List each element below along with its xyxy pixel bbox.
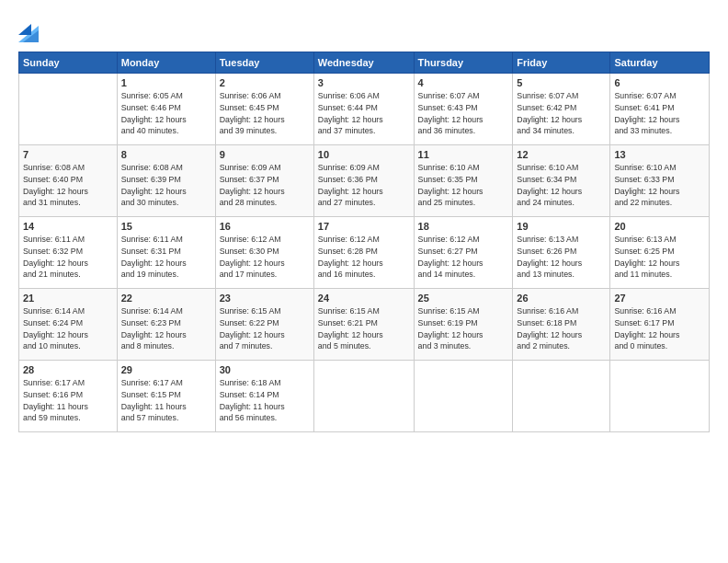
day-cell: 12Sunrise: 6:10 AM Sunset: 6:34 PM Dayli… bbox=[513, 145, 610, 217]
day-info: Sunrise: 6:18 AM Sunset: 6:14 PM Dayligh… bbox=[220, 377, 310, 424]
day-cell: 10Sunrise: 6:09 AM Sunset: 6:36 PM Dayli… bbox=[313, 145, 414, 217]
day-number: 25 bbox=[418, 293, 509, 304]
day-info: Sunrise: 6:16 AM Sunset: 6:17 PM Dayligh… bbox=[614, 305, 705, 352]
day-cell: 6Sunrise: 6:07 AM Sunset: 6:41 PM Daylig… bbox=[610, 74, 710, 145]
day-info: Sunrise: 6:15 AM Sunset: 6:19 PM Dayligh… bbox=[418, 305, 509, 352]
header bbox=[18, 17, 710, 42]
day-number: 15 bbox=[121, 221, 211, 232]
day-number: 8 bbox=[121, 149, 211, 160]
calendar: SundayMondayTuesdayWednesdayThursdayFrid… bbox=[18, 52, 710, 432]
day-info: Sunrise: 6:13 AM Sunset: 6:26 PM Dayligh… bbox=[517, 234, 606, 281]
day-cell: 21Sunrise: 6:14 AM Sunset: 6:24 PM Dayli… bbox=[19, 289, 118, 361]
col-header-sunday: Sunday bbox=[19, 52, 118, 74]
day-cell: 7Sunrise: 6:08 AM Sunset: 6:40 PM Daylig… bbox=[19, 145, 118, 217]
logo-icon bbox=[18, 17, 39, 42]
day-info: Sunrise: 6:11 AM Sunset: 6:31 PM Dayligh… bbox=[121, 234, 211, 281]
day-cell: 4Sunrise: 6:07 AM Sunset: 6:43 PM Daylig… bbox=[414, 74, 513, 145]
day-info: Sunrise: 6:12 AM Sunset: 6:27 PM Dayligh… bbox=[418, 234, 509, 281]
day-number: 16 bbox=[220, 221, 310, 232]
day-number: 13 bbox=[614, 149, 705, 160]
day-info: Sunrise: 6:17 AM Sunset: 6:15 PM Dayligh… bbox=[121, 377, 211, 424]
day-cell: 24Sunrise: 6:15 AM Sunset: 6:21 PM Dayli… bbox=[313, 289, 414, 361]
day-cell: 17Sunrise: 6:12 AM Sunset: 6:28 PM Dayli… bbox=[313, 217, 414, 289]
day-info: Sunrise: 6:09 AM Sunset: 6:36 PM Dayligh… bbox=[318, 162, 410, 209]
day-number: 23 bbox=[220, 293, 310, 304]
week-row-1: 7Sunrise: 6:08 AM Sunset: 6:40 PM Daylig… bbox=[19, 145, 710, 217]
day-number: 9 bbox=[220, 149, 310, 160]
page: SundayMondayTuesdayWednesdayThursdayFrid… bbox=[0, 0, 728, 563]
col-header-saturday: Saturday bbox=[610, 52, 710, 74]
day-number: 10 bbox=[318, 149, 410, 160]
day-number: 14 bbox=[23, 221, 113, 232]
day-number: 19 bbox=[517, 221, 606, 232]
day-cell: 3Sunrise: 6:06 AM Sunset: 6:44 PM Daylig… bbox=[313, 74, 414, 145]
day-cell: 30Sunrise: 6:18 AM Sunset: 6:14 PM Dayli… bbox=[215, 361, 313, 432]
day-number: 24 bbox=[318, 293, 410, 304]
svg-marker-1 bbox=[18, 24, 31, 35]
week-row-4: 28Sunrise: 6:17 AM Sunset: 6:16 PM Dayli… bbox=[19, 361, 710, 432]
day-cell: 22Sunrise: 6:14 AM Sunset: 6:23 PM Dayli… bbox=[117, 289, 215, 361]
day-cell: 20Sunrise: 6:13 AM Sunset: 6:25 PM Dayli… bbox=[610, 217, 710, 289]
day-info: Sunrise: 6:12 AM Sunset: 6:28 PM Dayligh… bbox=[318, 234, 410, 281]
day-number: 29 bbox=[121, 364, 211, 375]
day-number: 4 bbox=[418, 77, 509, 88]
day-number: 6 bbox=[614, 77, 705, 88]
day-info: Sunrise: 6:05 AM Sunset: 6:46 PM Dayligh… bbox=[121, 90, 211, 137]
day-number: 2 bbox=[220, 77, 310, 88]
day-number: 5 bbox=[517, 77, 606, 88]
col-header-friday: Friday bbox=[513, 52, 610, 74]
day-cell: 5Sunrise: 6:07 AM Sunset: 6:42 PM Daylig… bbox=[513, 74, 610, 145]
day-number: 1 bbox=[121, 77, 211, 88]
week-row-0: 1Sunrise: 6:05 AM Sunset: 6:46 PM Daylig… bbox=[19, 74, 710, 145]
day-info: Sunrise: 6:08 AM Sunset: 6:40 PM Dayligh… bbox=[23, 162, 113, 209]
day-cell: 14Sunrise: 6:11 AM Sunset: 6:32 PM Dayli… bbox=[19, 217, 118, 289]
day-number: 28 bbox=[23, 364, 113, 375]
week-row-2: 14Sunrise: 6:11 AM Sunset: 6:32 PM Dayli… bbox=[19, 217, 710, 289]
day-info: Sunrise: 6:14 AM Sunset: 6:24 PM Dayligh… bbox=[23, 305, 113, 352]
day-cell: 15Sunrise: 6:11 AM Sunset: 6:31 PM Dayli… bbox=[117, 217, 215, 289]
day-number: 21 bbox=[23, 293, 113, 304]
day-number: 18 bbox=[418, 221, 509, 232]
day-cell: 13Sunrise: 6:10 AM Sunset: 6:33 PM Dayli… bbox=[610, 145, 710, 217]
day-cell: 2Sunrise: 6:06 AM Sunset: 6:45 PM Daylig… bbox=[215, 74, 313, 145]
day-info: Sunrise: 6:10 AM Sunset: 6:34 PM Dayligh… bbox=[517, 162, 606, 209]
day-cell: 25Sunrise: 6:15 AM Sunset: 6:19 PM Dayli… bbox=[414, 289, 513, 361]
col-header-tuesday: Tuesday bbox=[215, 52, 313, 74]
day-cell bbox=[414, 361, 513, 432]
day-cell bbox=[19, 74, 118, 145]
day-cell: 19Sunrise: 6:13 AM Sunset: 6:26 PM Dayli… bbox=[513, 217, 610, 289]
logo bbox=[18, 17, 42, 42]
day-cell bbox=[313, 361, 414, 432]
col-header-wednesday: Wednesday bbox=[313, 52, 414, 74]
header-row: SundayMondayTuesdayWednesdayThursdayFrid… bbox=[19, 52, 710, 74]
day-cell bbox=[610, 361, 710, 432]
week-row-3: 21Sunrise: 6:14 AM Sunset: 6:24 PM Dayli… bbox=[19, 289, 710, 361]
day-cell: 16Sunrise: 6:12 AM Sunset: 6:30 PM Dayli… bbox=[215, 217, 313, 289]
col-header-monday: Monday bbox=[117, 52, 215, 74]
day-info: Sunrise: 6:10 AM Sunset: 6:33 PM Dayligh… bbox=[614, 162, 705, 209]
day-info: Sunrise: 6:07 AM Sunset: 6:41 PM Dayligh… bbox=[614, 90, 705, 137]
day-cell: 8Sunrise: 6:08 AM Sunset: 6:39 PM Daylig… bbox=[117, 145, 215, 217]
day-number: 11 bbox=[418, 149, 509, 160]
day-number: 7 bbox=[23, 149, 113, 160]
day-cell: 9Sunrise: 6:09 AM Sunset: 6:37 PM Daylig… bbox=[215, 145, 313, 217]
day-number: 30 bbox=[220, 364, 310, 375]
col-header-thursday: Thursday bbox=[414, 52, 513, 74]
day-cell bbox=[513, 361, 610, 432]
day-info: Sunrise: 6:17 AM Sunset: 6:16 PM Dayligh… bbox=[23, 377, 113, 424]
day-cell: 26Sunrise: 6:16 AM Sunset: 6:18 PM Dayli… bbox=[513, 289, 610, 361]
day-cell: 11Sunrise: 6:10 AM Sunset: 6:35 PM Dayli… bbox=[414, 145, 513, 217]
calendar-body: 1Sunrise: 6:05 AM Sunset: 6:46 PM Daylig… bbox=[19, 74, 710, 432]
day-info: Sunrise: 6:10 AM Sunset: 6:35 PM Dayligh… bbox=[418, 162, 509, 209]
day-info: Sunrise: 6:11 AM Sunset: 6:32 PM Dayligh… bbox=[23, 234, 113, 281]
day-info: Sunrise: 6:06 AM Sunset: 6:45 PM Dayligh… bbox=[220, 90, 310, 137]
day-cell: 28Sunrise: 6:17 AM Sunset: 6:16 PM Dayli… bbox=[19, 361, 118, 432]
day-cell: 27Sunrise: 6:16 AM Sunset: 6:17 PM Dayli… bbox=[610, 289, 710, 361]
calendar-header: SundayMondayTuesdayWednesdayThursdayFrid… bbox=[19, 52, 710, 74]
day-info: Sunrise: 6:07 AM Sunset: 6:42 PM Dayligh… bbox=[517, 90, 606, 137]
day-info: Sunrise: 6:16 AM Sunset: 6:18 PM Dayligh… bbox=[517, 305, 606, 352]
day-info: Sunrise: 6:15 AM Sunset: 6:21 PM Dayligh… bbox=[318, 305, 410, 352]
day-info: Sunrise: 6:15 AM Sunset: 6:22 PM Dayligh… bbox=[220, 305, 310, 352]
day-info: Sunrise: 6:06 AM Sunset: 6:44 PM Dayligh… bbox=[318, 90, 410, 137]
day-info: Sunrise: 6:12 AM Sunset: 6:30 PM Dayligh… bbox=[220, 234, 310, 281]
